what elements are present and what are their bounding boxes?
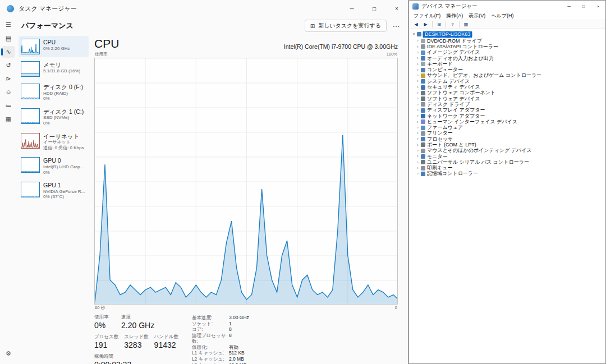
chevron-right-icon[interactable]: › bbox=[415, 39, 420, 43]
task-manager-titlebar[interactable]: タスク マネージャー ─ □ × bbox=[0, 0, 408, 17]
details-icon: ≔ bbox=[6, 103, 12, 109]
spec-label: L1 キャッシュ: bbox=[192, 351, 229, 356]
device-item[interactable]: ›ポート (COM と LPT) bbox=[411, 142, 605, 148]
device-item[interactable]: ›キーボード bbox=[411, 61, 605, 67]
toolbar-scan-hardware-changes-button[interactable]: ▦ bbox=[462, 21, 470, 28]
device-item[interactable]: ›イメージング デバイス bbox=[411, 50, 605, 56]
device-tree-root[interactable]: ∨ DESKTOP-LI3OK63 bbox=[411, 31, 605, 38]
stat-label: 使用率 bbox=[94, 314, 116, 321]
chevron-right-icon[interactable]: › bbox=[415, 85, 420, 90]
chevron-right-icon[interactable]: › bbox=[415, 126, 420, 130]
device-item[interactable]: ›ファームウェア bbox=[411, 125, 605, 130]
device-item[interactable]: ›ネットワーク アダプター bbox=[411, 113, 605, 119]
chevron-right-icon[interactable]: › bbox=[415, 62, 420, 67]
chevron-right-icon[interactable]: › bbox=[415, 73, 420, 78]
perf-item-disk-1[interactable]: ディスク 1 (C:)SSD (NVMe)0% bbox=[19, 105, 89, 129]
device-item[interactable]: ›マウスとそのほかのポインティング デバイス bbox=[411, 148, 605, 154]
toolbar-back-button[interactable]: ◀ bbox=[412, 21, 420, 28]
sidebar-item-startup-apps[interactable]: ⊳ bbox=[2, 73, 15, 85]
sidebar-item-processes[interactable]: ▤ bbox=[2, 33, 15, 44]
chevron-right-icon[interactable]: › bbox=[415, 56, 420, 61]
chevron-right-icon[interactable]: › bbox=[415, 149, 420, 153]
device-item-label: 記憶域コントローラー bbox=[427, 171, 478, 176]
chevron-right-icon[interactable]: › bbox=[415, 160, 420, 165]
device-item[interactable]: ›ヒューマン インターフェイス デバイス bbox=[411, 119, 605, 125]
device-manager-app-icon bbox=[412, 3, 419, 10]
more-options-button[interactable]: ⋯ bbox=[390, 20, 402, 32]
perf-item-ethernet[interactable]: イーサネットイーサネット送信: 0 受信: 0 Kbps bbox=[19, 130, 89, 154]
chevron-right-icon[interactable]: › bbox=[415, 79, 420, 84]
perf-item-gpu-0[interactable]: GPU 0Intel(R) UHD Grap...0% bbox=[19, 154, 89, 178]
device-item[interactable]: ›モニター bbox=[411, 154, 605, 159]
device-item[interactable]: ›印刷キュー bbox=[411, 165, 605, 171]
chevron-down-icon[interactable]: ∨ bbox=[411, 32, 416, 36]
menu-action[interactable]: 操作(A) bbox=[443, 12, 466, 20]
close-button[interactable]: × bbox=[385, 0, 408, 17]
device-item[interactable]: ›セキュリティ デバイス bbox=[411, 84, 605, 90]
chevron-right-icon[interactable]: › bbox=[415, 96, 420, 101]
chevron-right-icon[interactable]: › bbox=[415, 131, 420, 136]
sidebar-item-navigation-menu[interactable]: ☰ bbox=[2, 19, 15, 31]
chevron-right-icon[interactable]: › bbox=[415, 68, 420, 72]
sidebar-item-app-history[interactable]: ↺ bbox=[2, 59, 15, 71]
chevron-right-icon[interactable]: › bbox=[415, 50, 420, 55]
chevron-right-icon[interactable]: › bbox=[415, 103, 420, 107]
toolbar-forward-button[interactable]: ▶ bbox=[421, 21, 430, 28]
maximize-button[interactable]: □ bbox=[576, 1, 591, 12]
device-item[interactable]: ›ディスプレイ アダプター bbox=[411, 108, 605, 113]
chevron-right-icon[interactable]: › bbox=[415, 108, 420, 113]
device-item[interactable]: ›ディスク ドライブ bbox=[411, 102, 605, 107]
chevron-right-icon[interactable]: › bbox=[415, 91, 420, 95]
chevron-right-icon[interactable]: › bbox=[415, 154, 420, 159]
device-item[interactable]: ›IDE ATA/ATAPI コントローラー bbox=[411, 44, 605, 49]
device-item[interactable]: ›ユニバーサル シリアル バス コントローラー bbox=[411, 159, 605, 165]
gpu-1-sparkline bbox=[21, 182, 40, 197]
cpu-sparkline bbox=[21, 39, 40, 54]
device-item[interactable]: ›プリンター bbox=[411, 131, 605, 136]
chevron-right-icon[interactable]: › bbox=[415, 143, 420, 148]
chevron-right-icon[interactable]: › bbox=[415, 172, 420, 176]
device-manager-titlebar[interactable]: デバイス マネージャー ─ □ × bbox=[409, 1, 605, 12]
chevron-right-icon[interactable]: › bbox=[415, 120, 420, 125]
performance-icon: ∿ bbox=[6, 49, 11, 55]
device-item[interactable]: ›システム デバイス bbox=[411, 79, 605, 84]
menu-help[interactable]: ヘルプ(H) bbox=[488, 12, 516, 20]
minimize-button[interactable]: ─ bbox=[341, 0, 363, 17]
sidebar-item-settings[interactable]: ⚙ bbox=[2, 348, 15, 360]
sidebar-item-services[interactable]: ▦ bbox=[2, 113, 15, 125]
stat-value: 0:00:03:23 bbox=[94, 360, 131, 364]
maximize-button[interactable]: □ bbox=[363, 0, 385, 17]
chevron-right-icon[interactable]: › bbox=[415, 137, 420, 141]
device-item[interactable]: ›オーディオの入力および出力 bbox=[411, 56, 605, 61]
menu-file[interactable]: ファイル(F) bbox=[411, 12, 443, 20]
close-button[interactable]: × bbox=[591, 1, 605, 12]
toolbar-help-button[interactable]: ? bbox=[448, 21, 457, 28]
perf-item-disk-0[interactable]: ディスク 0 (F:)HDD (RAID)0% bbox=[19, 81, 89, 104]
spec-value: 8 bbox=[229, 327, 232, 333]
perf-item-name: イーサネット bbox=[43, 133, 84, 140]
chevron-right-icon[interactable]: › bbox=[415, 45, 420, 49]
device-item[interactable]: ›プロセッサ bbox=[411, 136, 605, 142]
sidebar-item-users[interactable]: ☺ bbox=[2, 86, 15, 98]
minimize-button[interactable]: ─ bbox=[562, 1, 576, 12]
toolbar-show-console-tree-button[interactable]: ⊞ bbox=[435, 21, 443, 28]
device-item[interactable]: ›DVD/CD-ROM ドライブ bbox=[411, 38, 605, 44]
chevron-right-icon[interactable]: › bbox=[415, 114, 420, 118]
imaging-device-icon bbox=[421, 50, 425, 55]
startup-apps-icon: ⊳ bbox=[6, 76, 11, 82]
perf-item-gpu-1[interactable]: GPU 1NVIDIA GeForce R...0% (37°C) bbox=[19, 179, 89, 202]
sidebar-item-details[interactable]: ≔ bbox=[2, 100, 15, 112]
perf-item-memory[interactable]: メモリ5.1/31.8 GB (16%) bbox=[19, 58, 89, 80]
menu-view[interactable]: 表示(V) bbox=[466, 12, 488, 20]
sidebar-item-performance[interactable]: ∿ bbox=[2, 46, 15, 58]
chevron-right-icon[interactable]: › bbox=[415, 166, 420, 171]
run-new-task-button[interactable]: ⊞ 新しいタスクを実行する bbox=[305, 20, 387, 32]
device-item[interactable]: ›ソフトウェア コンポーネント bbox=[411, 90, 605, 96]
cpu-stats: 使用率0%速度2.20 GHzプロセス数191スレッド数3283ハンドル数914… bbox=[94, 314, 178, 364]
device-item[interactable]: ›ソフトウェア デバイス bbox=[411, 96, 605, 102]
task-manager-title: タスク マネージャー bbox=[19, 4, 77, 13]
device-item[interactable]: ›コンピューター bbox=[411, 67, 605, 72]
perf-item-cpu[interactable]: CPU0% 2.20 GHz bbox=[19, 36, 89, 57]
device-item[interactable]: ›サウンド、ビデオ、およびゲーム コントローラー bbox=[411, 73, 605, 79]
device-item[interactable]: ›記憶域コントローラー bbox=[411, 171, 605, 177]
